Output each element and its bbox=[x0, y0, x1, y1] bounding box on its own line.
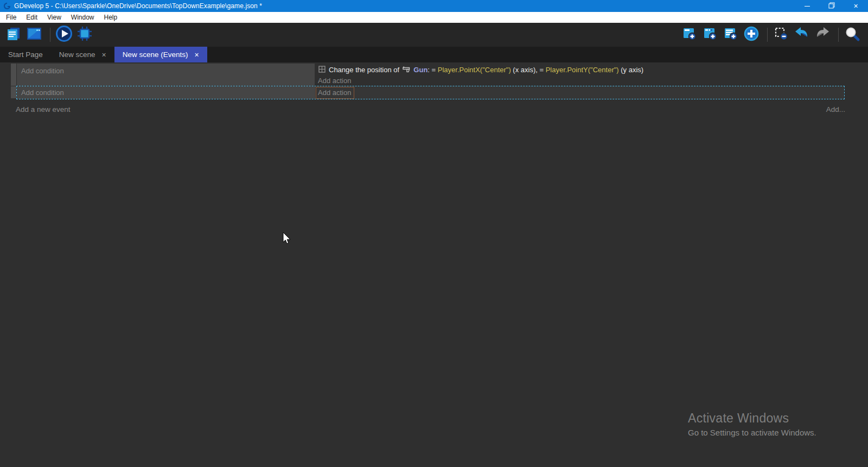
titlebar: GDevelop 5 - C:\Users\Sparkle\OneDrive\D… bbox=[0, 0, 868, 12]
scene-editor-icon bbox=[26, 26, 42, 44]
tab-label: New scene (Events) bbox=[123, 51, 188, 59]
action-text-prefix: Change the position of bbox=[329, 66, 401, 74]
window-title: GDevelop 5 - C:\Users\Sparkle\OneDrive\D… bbox=[14, 2, 262, 10]
menu-window[interactable]: Window bbox=[66, 12, 99, 23]
add-action-label: Add action bbox=[318, 77, 351, 85]
add-event-icon bbox=[682, 26, 697, 43]
events-sheet: Add condition Change the position of Gun… bbox=[0, 62, 868, 467]
action-text-eq2: = bbox=[539, 66, 545, 74]
debug-icon bbox=[76, 25, 93, 45]
toolbar-right-group bbox=[680, 26, 864, 44]
restore-icon bbox=[828, 2, 835, 10]
menu-view[interactable]: View bbox=[42, 12, 66, 23]
action-text-eq1: = bbox=[432, 66, 438, 74]
tab-close-icon[interactable]: × bbox=[102, 51, 106, 59]
open-scene-editor-button[interactable] bbox=[25, 26, 43, 44]
add-button[interactable]: Add... bbox=[826, 105, 845, 113]
add-subevent-button[interactable] bbox=[701, 26, 719, 44]
actions-column[interactable]: Add action bbox=[315, 86, 844, 99]
close-button[interactable]: × bbox=[844, 0, 868, 12]
play-icon bbox=[55, 25, 73, 45]
expression-x: Player.PointX("Center") bbox=[438, 66, 511, 74]
conditions-column[interactable]: Add condition bbox=[17, 86, 315, 99]
menu-edit[interactable]: Edit bbox=[21, 12, 42, 23]
window-controls: × bbox=[795, 0, 868, 12]
selected-event-row[interactable]: Add condition Add action bbox=[16, 86, 845, 99]
undo-button[interactable] bbox=[793, 26, 811, 44]
tab-start-page[interactable]: Start Page bbox=[0, 47, 51, 62]
gdevelop-logo-icon bbox=[3, 2, 11, 10]
remove-selection-button[interactable] bbox=[772, 26, 790, 44]
toolbar-separator bbox=[50, 28, 50, 42]
menu-bar: File Edit View Window Help bbox=[0, 12, 868, 23]
add-comment-icon bbox=[723, 26, 738, 43]
minimize-button[interactable] bbox=[795, 0, 819, 12]
restore-button[interactable] bbox=[819, 0, 844, 12]
position-action-icon bbox=[318, 65, 326, 75]
play-button[interactable] bbox=[55, 26, 73, 44]
redo-button[interactable] bbox=[813, 26, 832, 44]
add-action-link[interactable]: Add action bbox=[316, 87, 354, 99]
add-subevent-icon bbox=[703, 26, 718, 43]
watermark-subtitle: Go to Settings to activate Windows. bbox=[688, 428, 816, 437]
conditions-column[interactable]: Add condition bbox=[17, 64, 315, 86]
add-new-event-link[interactable]: Add a new event bbox=[16, 105, 71, 113]
add-more-button[interactable] bbox=[742, 26, 761, 44]
menu-file[interactable]: File bbox=[1, 12, 21, 23]
action-text-between: (x axis), bbox=[511, 66, 540, 74]
tab-label: New scene bbox=[59, 51, 95, 59]
event-handle[interactable] bbox=[11, 64, 16, 86]
tab-label: Start Page bbox=[8, 51, 43, 59]
tab-new-scene-events[interactable]: New scene (Events) × bbox=[114, 47, 207, 62]
action-text-colon: : bbox=[427, 66, 431, 74]
tab-bar: Start Page New scene × New scene (Events… bbox=[0, 47, 868, 62]
minimize-icon bbox=[805, 6, 810, 7]
add-condition-link[interactable]: Add condition bbox=[21, 89, 64, 97]
event-handle[interactable] bbox=[11, 86, 16, 98]
action-instruction[interactable]: Change the position of Gun: = Player.Poi… bbox=[318, 65, 643, 74]
gun-object-icon bbox=[403, 66, 411, 72]
remove-selection-icon bbox=[774, 26, 789, 43]
toolbar-separator bbox=[838, 28, 839, 42]
close-icon: × bbox=[853, 2, 858, 10]
events-sheet-icon bbox=[5, 26, 22, 44]
add-action-link[interactable]: Add action bbox=[318, 77, 351, 85]
redo-icon bbox=[814, 26, 831, 44]
tab-new-scene[interactable]: New scene × bbox=[51, 47, 114, 62]
add-circle-icon bbox=[743, 26, 760, 44]
action-text-suffix: (y axis) bbox=[619, 66, 644, 74]
menu-help[interactable]: Help bbox=[99, 12, 123, 23]
undo-icon bbox=[794, 26, 810, 44]
toolbar bbox=[0, 23, 868, 47]
search-events-button[interactable] bbox=[843, 26, 861, 44]
open-project-manager-button[interactable] bbox=[4, 26, 23, 44]
toolbar-separator bbox=[767, 28, 768, 42]
add-event-button[interactable] bbox=[680, 26, 699, 44]
add-comment-button[interactable] bbox=[722, 26, 740, 44]
debug-button[interactable] bbox=[75, 26, 94, 44]
action-text: Change the position of Gun: = Player.Poi… bbox=[329, 66, 643, 74]
expression-y: Player.PointY("Center") bbox=[546, 66, 619, 74]
object-name: Gun bbox=[413, 66, 427, 74]
search-icon bbox=[844, 26, 860, 44]
tab-close-icon[interactable]: × bbox=[195, 51, 199, 59]
watermark-title: Activate Windows bbox=[688, 411, 816, 426]
add-condition-link[interactable]: Add condition bbox=[21, 67, 64, 75]
activate-windows-watermark: Activate Windows Go to Settings to activ… bbox=[688, 411, 816, 437]
